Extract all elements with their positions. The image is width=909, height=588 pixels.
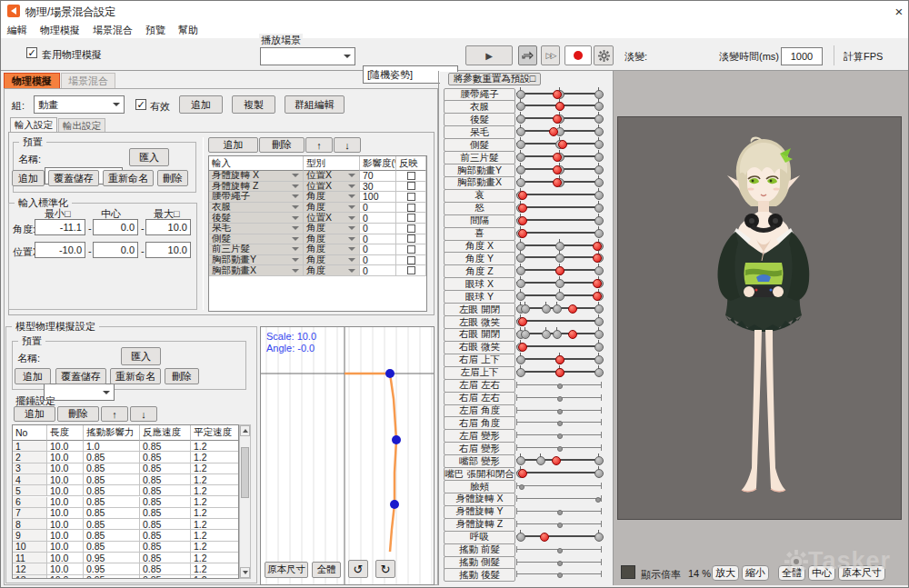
slider-mark-dot[interactable]	[557, 421, 563, 426]
slider-gray-knob[interactable]	[516, 102, 525, 111]
param-button-1[interactable]: 衣服	[444, 100, 515, 114]
input-cell-select[interactable]: 前三片髮	[209, 244, 304, 255]
pendulum-cell[interactable]: 10.0	[47, 553, 84, 563]
pendulum-cell[interactable]: 12	[13, 563, 47, 574]
angle-max-input[interactable]: 10.0	[145, 219, 191, 235]
posx-max-input[interactable]: 10.0	[145, 242, 191, 258]
param-slider-26[interactable]	[516, 415, 602, 427]
pendulum-cell[interactable]: 0.85	[140, 497, 191, 508]
pendulum-cell[interactable]: 0.85	[140, 575, 191, 579]
slider-mark-dot[interactable]	[557, 384, 563, 389]
input-cell-select[interactable]: 腰帶繩子	[209, 192, 304, 203]
pendulum-cell[interactable]: 10	[13, 542, 47, 553]
slider-gray-knob[interactable]	[516, 266, 525, 275]
slider-gray-knob[interactable]	[594, 343, 604, 352]
pendulum-cell[interactable]: 10.0	[47, 519, 84, 530]
reflect-checkbox[interactable]	[407, 234, 415, 243]
param-button-0[interactable]: 腰帶繩子	[444, 88, 515, 102]
pendulum-cell[interactable]: 1	[13, 441, 47, 452]
slider-gray-knob[interactable]	[516, 165, 525, 174]
slider-gray-knob[interactable]	[516, 140, 525, 149]
slider-gray-knob[interactable]	[516, 153, 525, 162]
param-button-23[interactable]: 左眉 左右	[444, 379, 515, 393]
input-cell-select[interactable]: 呆毛	[209, 224, 304, 234]
pendulum-cell[interactable]: 0.85	[140, 519, 191, 530]
slider-gray-knob[interactable]	[516, 127, 525, 136]
pendulum-cell[interactable]: 10.0	[47, 575, 84, 579]
tab-physics[interactable]: 物理模擬	[4, 73, 60, 89]
param-slider-20[interactable]	[516, 340, 602, 352]
slider-gray-knob[interactable]	[594, 355, 604, 364]
zoom-in-button[interactable]: 放大	[712, 565, 739, 581]
input-cell-select[interactable]: 胸部動畫Y	[209, 255, 304, 266]
settings-button[interactable]	[594, 45, 614, 65]
pendulum-cell[interactable]: 1.2	[191, 530, 239, 541]
param-slider-16[interactable]	[516, 289, 602, 301]
pendulum-cell[interactable]: 1.2	[191, 452, 239, 463]
param-slider-33[interactable]	[516, 504, 602, 516]
param-button-20[interactable]: 右眼 微笑	[444, 341, 515, 354]
pendulum-cell[interactable]: 0.85	[140, 485, 191, 496]
fade-time-input[interactable]: 1000	[781, 47, 823, 65]
slider-gray-knob[interactable]	[521, 330, 530, 339]
slider-gray-knob[interactable]	[555, 292, 564, 301]
input-cell-select[interactable]: 衣服	[209, 203, 304, 214]
param-button-38[interactable]: 搖動 後髮	[444, 568, 515, 582]
param-slider-28[interactable]	[516, 441, 602, 453]
param-slider-3[interactable]	[516, 125, 602, 136]
tab-scene-blend[interactable]: 場景混合	[61, 73, 115, 89]
posx-mid-input[interactable]: 0.0	[93, 242, 138, 258]
slider-gray-knob[interactable]	[516, 456, 525, 465]
pendulum-cell[interactable]: 1.2	[191, 463, 239, 474]
param-slider-12[interactable]	[516, 239, 602, 251]
model-canvas[interactable]	[617, 116, 902, 520]
pendulum-cell[interactable]: 0.85	[140, 474, 191, 485]
influence-cell[interactable]: 0	[360, 244, 396, 255]
slider-gray-knob[interactable]	[594, 90, 604, 99]
slider-gray-knob[interactable]	[536, 456, 545, 465]
param-button-17[interactable]: 左眼 開閉	[444, 303, 515, 316]
loop-button[interactable]	[518, 45, 537, 65]
slider-red-knob[interactable]	[552, 456, 561, 465]
param-button-18[interactable]: 左眼 微笑	[444, 315, 515, 329]
param-slider-32[interactable]	[516, 492, 602, 503]
param-slider-5[interactable]	[516, 150, 602, 162]
input-cell-select[interactable]: 胸部動畫X	[209, 265, 304, 276]
slider-gray-knob[interactable]	[594, 469, 604, 478]
pendulum-cell[interactable]: 10.0	[47, 542, 84, 553]
param-button-3[interactable]: 呆毛	[444, 125, 515, 139]
param-button-27[interactable]: 左眉 變形	[444, 429, 515, 443]
slider-mark-dot[interactable]	[557, 396, 563, 402]
menu-4[interactable]: 幫助	[172, 21, 205, 40]
param-slider-9[interactable]	[516, 201, 602, 213]
param-slider-38[interactable]	[516, 567, 602, 579]
slider-gray-knob[interactable]	[516, 368, 525, 377]
type-cell-select[interactable]: 角度	[304, 265, 360, 276]
reflect-checkbox[interactable]	[407, 172, 415, 180]
input-cell-select[interactable]: 後髮	[209, 213, 304, 224]
fit-all-button[interactable]: 全體	[778, 565, 805, 581]
pendulum-delete-button[interactable]: 刪除	[57, 406, 99, 422]
param-slider-23[interactable]	[516, 378, 602, 390]
angle-mid-input[interactable]: 0.0	[93, 219, 138, 235]
slider-gray-knob[interactable]	[555, 242, 564, 251]
pendulum-cell[interactable]: 13	[13, 575, 47, 579]
type-cell-select[interactable]: 角度	[304, 255, 360, 266]
pendulum-cell[interactable]: 1.2	[191, 575, 239, 579]
type-cell-select[interactable]: 角度	[304, 192, 360, 203]
slider-gray-knob[interactable]	[542, 330, 551, 339]
slider-red-knob[interactable]	[568, 304, 577, 314]
param-slider-22[interactable]	[516, 365, 602, 377]
param-button-30[interactable]: 嘴巴 張開和閉合	[444, 467, 515, 481]
slider-gray-knob[interactable]	[516, 254, 525, 263]
param-button-24[interactable]: 右眉 左右	[444, 392, 515, 405]
type-cell-select[interactable]: 位置X	[304, 213, 360, 224]
param-button-34[interactable]: 身體旋轉 Z	[444, 518, 515, 532]
slider-gray-knob[interactable]	[594, 102, 604, 111]
reflect-checkbox[interactable]	[407, 256, 415, 264]
pendulum-cell[interactable]: 1.2	[191, 485, 239, 496]
pendulum-cell[interactable]: 8	[13, 519, 47, 530]
param-button-5[interactable]: 前三片髮	[444, 151, 515, 164]
slider-mark-dot[interactable]	[595, 497, 601, 503]
influence-cell[interactable]: 0	[360, 224, 396, 234]
